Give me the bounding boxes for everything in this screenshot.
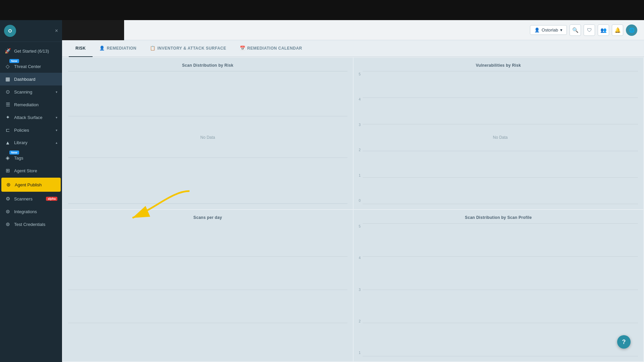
chevron-down-icon: ▾	[56, 90, 57, 94]
chevron-down-icon: ▾	[56, 128, 57, 132]
publish-icon: ⊛	[5, 182, 11, 188]
sidebar-item-label: Scanners	[14, 196, 43, 201]
sidebar-item-test-credentials[interactable]: ⊚ Test Credentials	[0, 218, 62, 231]
no-data-label: No Data	[200, 135, 215, 140]
sidebar-item-label: Agent Publish	[15, 182, 57, 187]
remediation-tab-icon: 👤	[99, 46, 105, 51]
main-content: Risk 👤 Remediation 📋 Inventory & Attack …	[62, 40, 644, 362]
alpha-badge: alpha	[46, 197, 57, 201]
sidebar-item-label: Integrations	[14, 209, 57, 214]
chart-vuln-by-risk: Vulnerabilities by Risk 5 4 3 2 1 0	[354, 58, 644, 209]
sidebar: O × 🚀 Get Started (6/13) New ◇ Threat Ce…	[0, 20, 62, 362]
sidebar-item-agent-publish[interactable]: ⊛ Agent Publish	[1, 178, 61, 192]
remediation-icon: ☰	[5, 102, 11, 108]
sidebar-item-label: Test Credentials	[14, 222, 57, 227]
tab-label: Remediation Calendar	[247, 46, 302, 51]
library-icon: ▲	[5, 140, 11, 145]
diamond-icon: ◇	[5, 63, 11, 69]
sidebar-item-label: Scanning	[14, 89, 52, 95]
sidebar-item-get-started[interactable]: 🚀 Get Started (6/13)	[0, 45, 62, 57]
org-selector[interactable]: 👤 Ostorlab ▾	[530, 25, 567, 35]
sidebar-header: O ×	[0, 20, 62, 42]
tab-calendar[interactable]: 📅 Remediation Calendar	[233, 40, 309, 57]
tab-inventory[interactable]: 📋 Inventory & Attack Surface	[143, 40, 233, 57]
sidebar-item-scanning[interactable]: ⊙ Scanning ▾	[0, 85, 62, 98]
new-badge: New	[9, 59, 19, 63]
scanners-icon: ⚙	[5, 196, 11, 202]
sidebar-item-label: Get Started (6/13)	[14, 49, 57, 54]
sidebar-item-policies[interactable]: ⊏ Policies ▾	[0, 124, 62, 136]
search-button[interactable]: 🔍	[570, 24, 581, 36]
inventory-tab-icon: 📋	[150, 46, 156, 51]
help-button[interactable]: ?	[617, 335, 631, 349]
sidebar-item-remediation[interactable]: ☰ Remediation	[0, 98, 62, 111]
sidebar-item-library[interactable]: ▲ Library ▴	[0, 136, 62, 149]
chart-title: Scan Distribution by Scan Profile	[359, 215, 638, 220]
calendar-tab-icon: 📅	[240, 46, 246, 51]
content-wrapper: 👤 Ostorlab ▾ 🔍 🛡 👥 🔔 🌐 Risk 👤	[62, 20, 644, 362]
chart-body	[68, 223, 347, 356]
org-name: Ostorlab	[542, 27, 558, 33]
chart-scans-per-day: Scans per day	[63, 210, 353, 361]
store-icon: ⊞	[5, 168, 11, 174]
tab-risk[interactable]: Risk	[69, 40, 93, 57]
chevron-down-icon: ▾	[56, 116, 57, 119]
chart-title: Scans per day	[68, 215, 347, 220]
sidebar-item-dashboard[interactable]: ▦ Dashboard	[0, 73, 62, 85]
sidebar-logo: O	[4, 25, 16, 37]
no-data-label: No Data	[493, 135, 508, 140]
attack-icon: ✦	[5, 114, 11, 120]
users-button[interactable]: 👥	[598, 24, 609, 36]
sidebar-item-label: Attack Surface	[14, 115, 52, 120]
sidebar-item-scanners[interactable]: ⚙ Scanners alpha	[0, 192, 62, 205]
chart-title: Vulnerabilities by Risk	[359, 63, 638, 68]
chart-body: 5 4 3 2 1	[359, 223, 638, 356]
tags-icon: ◈	[5, 155, 11, 161]
main-area: O × 🚀 Get Started (6/13) New ◇ Threat Ce…	[0, 20, 644, 362]
chart-title: Scan Distribution by Risk	[68, 63, 347, 68]
sidebar-item-label: Threat Center	[14, 64, 57, 69]
chevron-up-icon: ▴	[56, 141, 57, 144]
chart-body: No Data	[68, 74, 347, 201]
tabs-bar: Risk 👤 Remediation 📋 Inventory & Attack …	[62, 40, 644, 57]
header-bar: 👤 Ostorlab ▾ 🔍 🛡 👥 🔔 🌐	[124, 20, 644, 40]
integrations-icon: ⊜	[5, 208, 11, 215]
org-chevron-icon: ▾	[560, 27, 562, 33]
chart-scan-dist-profile: Scan Distribution by Scan Profile 5 4 3 …	[354, 210, 644, 361]
top-bar	[0, 0, 644, 20]
tab-label: Remediation	[107, 46, 137, 51]
policies-icon: ⊏	[5, 127, 11, 133]
sidebar-item-label: Library	[14, 140, 52, 145]
avatar-button[interactable]: 🌐	[626, 24, 637, 36]
org-icon: 👤	[534, 27, 540, 33]
sidebar-nav: 🚀 Get Started (6/13) New ◇ Threat Center…	[0, 42, 62, 362]
chart-scan-dist-risk: Scan Distribution by Risk No Data	[63, 58, 353, 209]
sidebar-item-label: Remediation	[14, 102, 57, 107]
shield-button[interactable]: 🛡	[584, 24, 595, 36]
tab-label: Inventory & Attack Surface	[157, 46, 226, 51]
sidebar-item-label: Dashboard	[14, 77, 57, 82]
sidebar-item-attack-surface[interactable]: ✦ Attack Surface ▾	[0, 111, 62, 124]
scan-icon: ⊙	[5, 89, 11, 95]
sidebar-item-agent-store[interactable]: ⊞ Agent Store	[0, 164, 62, 177]
credentials-icon: ⊚	[5, 221, 11, 227]
bell-button[interactable]: 🔔	[612, 24, 623, 36]
new-badge: New	[9, 150, 19, 155]
sidebar-item-threat-center[interactable]: New ◇ Threat Center	[0, 57, 62, 73]
sidebar-item-label: Policies	[14, 128, 52, 133]
tab-label: Risk	[75, 46, 86, 51]
dashboard-grid: Scan Distribution by Risk No Data Vulner…	[62, 57, 644, 362]
sidebar-item-tags[interactable]: New ◈ Tags	[0, 149, 62, 164]
sidebar-item-integrations[interactable]: ⊜ Integrations	[0, 205, 62, 218]
sidebar-close-button[interactable]: ×	[55, 28, 58, 34]
tab-remediation[interactable]: 👤 Remediation	[93, 40, 143, 57]
sidebar-item-label: Tags	[14, 156, 57, 161]
rocket-icon: 🚀	[5, 48, 11, 54]
sidebar-item-label: Agent Store	[14, 168, 57, 173]
dashboard-icon: ▦	[5, 76, 11, 82]
header-actions: 👤 Ostorlab ▾ 🔍 🛡 👥 🔔 🌐	[530, 24, 637, 36]
chart-body: 5 4 3 2 1 0	[359, 71, 638, 204]
